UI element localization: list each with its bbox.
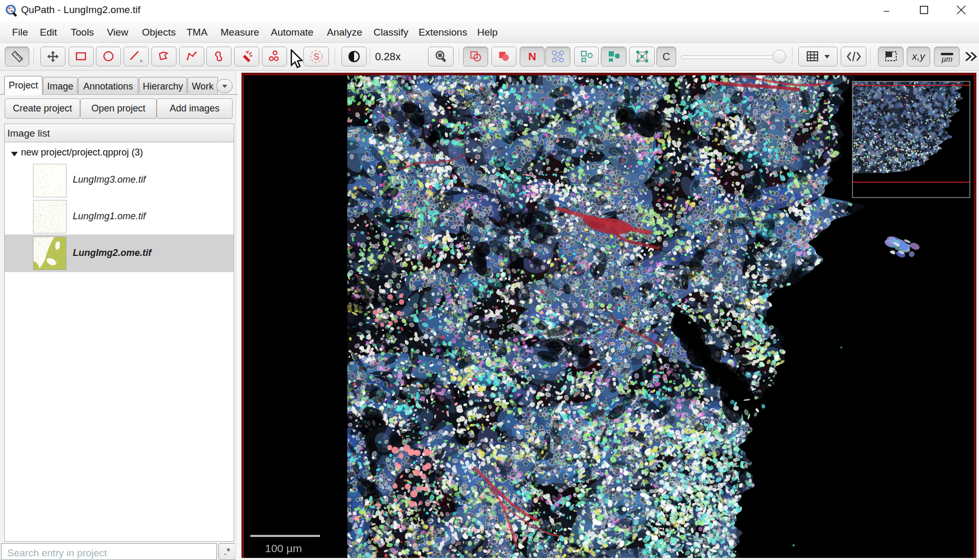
svg-text:N: N [528, 50, 536, 62]
svg-text:S: S [313, 52, 319, 61]
svg-text:µm: µm [941, 54, 952, 63]
